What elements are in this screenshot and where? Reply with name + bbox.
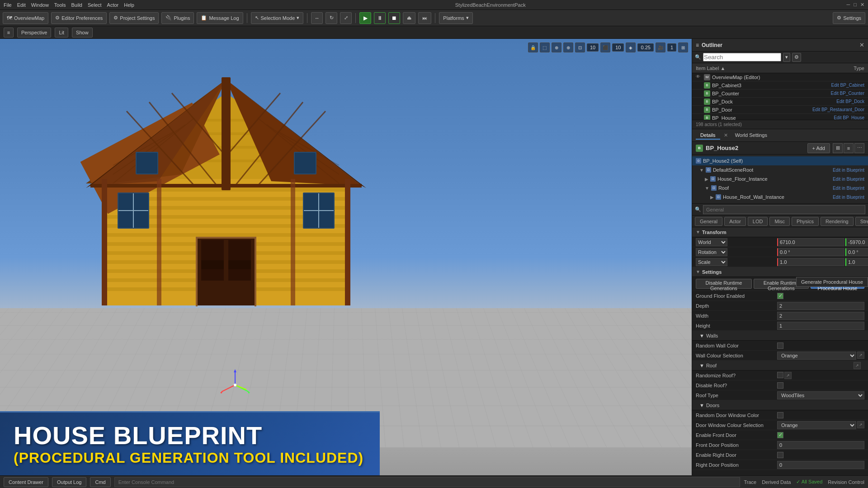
details-list-view-btn[interactable]: ≡ [844, 143, 854, 153]
settings-button[interactable]: ⚙ Settings [833, 12, 865, 24]
menu-item-edit[interactable]: Edit [17, 2, 26, 8]
window-controls[interactable]: ─ □ ✕ [847, 2, 864, 8]
eject-button[interactable]: ⏏ [403, 12, 415, 24]
filter-tab-streaming[interactable]: Streaming [855, 217, 868, 226]
map-button[interactable]: 🗺 OverviewMap [3, 12, 48, 24]
close-btn[interactable]: ✕ [860, 2, 864, 8]
maximize-btn[interactable]: □ [854, 2, 857, 8]
filter-tab-rendering[interactable]: Rendering [821, 217, 854, 226]
viewport-snap-icon[interactable]: ⊕ [552, 42, 561, 52]
step-button[interactable]: ⏭ [418, 12, 431, 24]
component-edit-link[interactable]: Edit in Blueprint [833, 186, 864, 191]
viewport-badge-10b[interactable]: 10 [612, 43, 624, 52]
depth-input[interactable] [777, 302, 864, 310]
list-item[interactable]: B BP_Dock Edit BP_Dock [692, 98, 868, 106]
list-item[interactable]: 👁 M OverviewMap (Editor) [692, 73, 868, 81]
random-wall-color-checkbox[interactable] [777, 343, 783, 349]
menu-item-file[interactable]: File [4, 2, 12, 8]
component-edit-link[interactable]: Edit in Blueprint [833, 177, 864, 182]
enable-right-door-checkbox[interactable] [777, 452, 783, 458]
viewport-mode-icon[interactable]: ⊡ [575, 42, 585, 52]
location-mode-dropdown[interactable]: World [696, 238, 727, 246]
details-more-btn[interactable]: ⋯ [854, 143, 864, 153]
roof-section-header[interactable]: ▼ Roof ↗ [692, 361, 868, 371]
pause-button[interactable]: ⏸ [374, 12, 386, 24]
disable-roof-checkbox[interactable] [777, 382, 783, 389]
menu-item-window[interactable]: Window [31, 2, 49, 8]
component-item[interactable]: ▼ ⊡ DefaultSceneRoot Edit in Blueprint [692, 165, 868, 174]
component-edit-link[interactable]: Edit in Blueprint [833, 195, 864, 200]
lit-btn[interactable]: Lit [55, 28, 68, 38]
outliner-search-input[interactable] [703, 53, 781, 61]
plugins-button[interactable]: 🔌 Plugins [161, 12, 194, 24]
scale-tool[interactable]: ⤢ [340, 12, 352, 24]
component-item[interactable]: ▶ ⊡ House_Roof_Wall_Instance Edit in Blu… [692, 192, 868, 202]
platforms-button[interactable]: Platforms ▾ [439, 12, 472, 24]
settings-section-header[interactable]: ▼ Settings [692, 267, 868, 277]
component-item[interactable]: ▼ ⊡ Roof Edit in Blueprint [692, 183, 868, 192]
transform-section-header[interactable]: ▼ Transform [692, 227, 868, 237]
rotation-mode-dropdown[interactable]: Rotation [696, 248, 727, 256]
viewport[interactable]: 🔒 ⬚ ⊕ ⊕ ⊡ 10 ⬛ 10 ◈ 0.25 🎥 1 ⊞ HOUSE BLU… [0, 39, 692, 475]
outliner-close-btn[interactable]: ✕ [859, 42, 864, 48]
location-y-input[interactable] [845, 238, 868, 246]
menu-item-actor[interactable]: Actor [107, 2, 119, 8]
outliner-settings-btn[interactable]: ⚙ [792, 53, 801, 62]
roof-type-dropdown[interactable]: WoodTiles [777, 391, 864, 399]
right-door-position-input[interactable] [777, 461, 864, 469]
play-button[interactable]: ▶ [359, 12, 371, 24]
outliner-filter-btn[interactable]: ▾ [783, 53, 790, 62]
door-window-extra-btn[interactable]: ↗ [857, 421, 864, 428]
selection-mode-button[interactable]: ↖ Selection Mode ▾ [251, 12, 304, 24]
details-tab[interactable]: Details [696, 131, 720, 140]
filter-tab-actor[interactable]: Actor [724, 217, 746, 226]
viewport-badge-025[interactable]: 0.25 [637, 43, 653, 52]
wall-colour-extra-btn[interactable]: ↗ [857, 352, 864, 359]
location-x-input[interactable] [777, 238, 844, 246]
scale-mode-dropdown[interactable]: Scale [696, 258, 727, 266]
enable-front-door-checkbox[interactable]: ✓ [777, 432, 783, 438]
viewport-lock-icon[interactable]: 🔒 [528, 42, 538, 52]
doors-section-header[interactable]: ▼ Doors [692, 400, 868, 410]
menu-item-build[interactable]: Build [71, 2, 82, 8]
filter-tab-physics[interactable]: Physics [792, 217, 819, 226]
filter-tab-lod[interactable]: LOD [748, 217, 768, 226]
scale-x-input[interactable] [777, 258, 844, 266]
randomize-roof-extra-btn[interactable]: ↗ [784, 372, 792, 379]
viewport-badge-10[interactable]: 10 [587, 43, 599, 52]
viewport-layout-icon[interactable]: ⊞ [678, 42, 688, 52]
menu-item-tools[interactable]: Tools [54, 2, 66, 8]
filter-tab-general[interactable]: General [695, 217, 722, 226]
details-add-button[interactable]: + Add [807, 143, 830, 153]
translate-tool[interactable]: ↔ [311, 12, 323, 24]
content-drawer-tab[interactable]: Content Drawer [4, 477, 48, 487]
project-settings-button[interactable]: ⚙ Project Settings [109, 12, 159, 24]
disable-runtime-btn[interactable]: Disable Runtime Generations [696, 279, 752, 289]
component-item[interactable]: ▶ ⊡ House_Floor_Instance Edit in Bluepri… [692, 174, 868, 183]
message-log-button[interactable]: 📋 Message Log [197, 12, 243, 24]
randomize-roof-checkbox[interactable] [777, 372, 783, 378]
height-input[interactable] [777, 322, 864, 330]
walls-section-header[interactable]: ▼ Walls [692, 331, 868, 341]
minimize-btn[interactable]: ─ [847, 2, 850, 8]
roof-reset-btn[interactable]: ↗ [854, 362, 861, 369]
menu-item-help[interactable]: Help [124, 2, 134, 8]
viewport-snap2-icon[interactable]: ⊕ [563, 42, 573, 52]
output-log-tab[interactable]: Output Log [52, 477, 86, 487]
component-edit-link[interactable]: Edit in Blueprint [833, 168, 864, 173]
viewport-grid-icon[interactable]: ⬚ [540, 42, 550, 52]
rotation-x-input[interactable] [777, 248, 844, 256]
list-item[interactable]: B BP_Counter Edit BP_Counter [692, 89, 868, 98]
wall-colour-dropdown[interactable]: Orange [777, 352, 856, 360]
width-input[interactable] [777, 312, 864, 320]
list-item[interactable]: B BP_Door Edit BP_Restaurant_Door [692, 106, 868, 114]
details-grid-view-btn[interactable]: ⊞ [833, 143, 843, 153]
scale-y-input[interactable] [845, 258, 868, 266]
ground-floor-checkbox[interactable]: ✓ [777, 293, 783, 299]
front-door-position-input[interactable] [777, 441, 864, 449]
menu-item-select[interactable]: Select [88, 2, 102, 8]
show-btn[interactable]: Show [72, 28, 93, 38]
perspective-btn[interactable]: Perspective [17, 28, 51, 38]
viewport-badge-1[interactable]: 1 [667, 43, 676, 52]
list-item[interactable]: B BP_House Edit BP_House [692, 114, 868, 120]
